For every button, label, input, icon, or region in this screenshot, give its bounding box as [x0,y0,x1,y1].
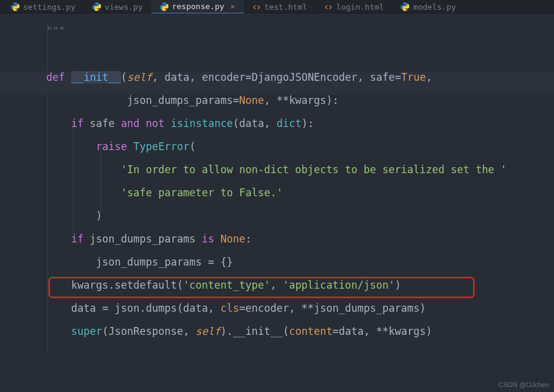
tab-label: models.py [413,2,455,12]
tab-login-html[interactable]: login.html [316,0,392,13]
highlighted-method-name: __init__ [71,71,121,83]
highlight-box [49,277,474,298]
code-editor[interactable]: """ def __init__(self, data, encoder=Dja… [0,13,554,392]
python-icon [160,2,168,11]
tab-response-py[interactable]: response.py× [151,0,244,13]
tab-label: response.py [172,2,224,11]
tab-views-py[interactable]: views.py [84,0,151,13]
tab-label: test.html [265,2,307,12]
html-icon [252,2,261,11]
tab-label: login.html [336,2,384,12]
tab-label: settings.py [23,2,75,12]
python-icon [92,2,101,11]
tab-bar: settings.pyviews.pyresponse.py×test.html… [0,0,554,13]
close-icon[interactable]: × [230,2,235,11]
watermark: CSDN @OJchen [499,381,549,388]
python-icon [11,2,19,11]
tab-models-py[interactable]: models.py [392,0,464,13]
tab-label: views.py [105,2,143,12]
html-icon [324,2,333,11]
code-lines: """ def __init__(self, data, encoder=Dja… [0,13,554,349]
tab-test-html[interactable]: test.html [244,0,316,13]
python-icon [401,2,409,11]
tab-settings-py[interactable]: settings.py [2,0,84,13]
